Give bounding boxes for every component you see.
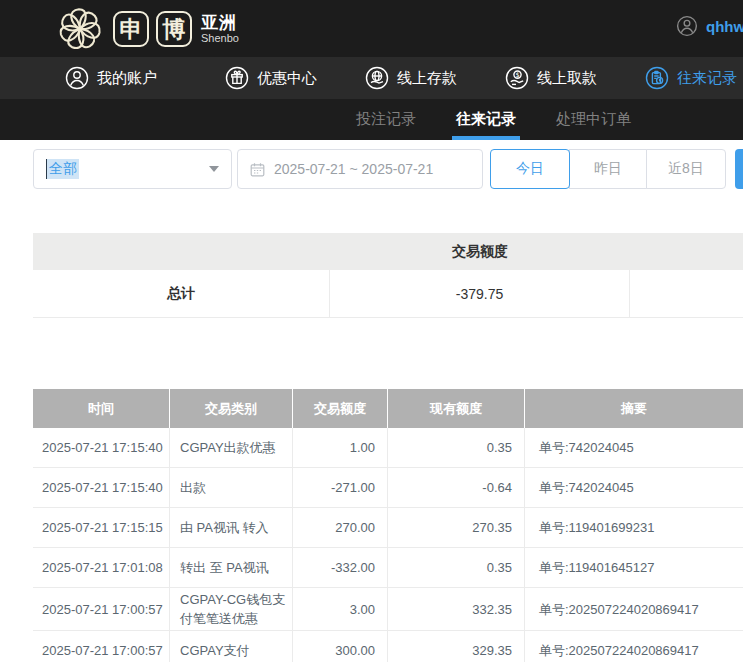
column-header-amount: 交易额度: [293, 389, 388, 428]
date-range-input[interactable]: 2025-07-21 ~ 2025-07-21: [237, 149, 483, 189]
cell-summary: 单号:742024045: [525, 428, 743, 467]
tab-label: 处理中订单: [556, 110, 631, 129]
tab-label: 往来记录: [456, 110, 516, 129]
cell-type: 出款: [170, 468, 293, 507]
nav-item-transaction-records[interactable]: 往来记录: [645, 57, 737, 99]
nav-label: 优惠中心: [257, 69, 317, 88]
summary-total-value: -379.75: [330, 270, 630, 317]
cell-time: 2025-07-21 17:00:57: [33, 631, 170, 662]
nav-label: 我的账户: [97, 69, 157, 88]
nav-label: 往来记录: [677, 69, 737, 88]
cell-amount: 1.00: [293, 428, 388, 467]
cell-amount: -332.00: [293, 548, 388, 587]
last-8-days-button[interactable]: 近8日: [646, 149, 726, 189]
table-row: 2025-07-21 17:01:08 转出 至 PA视讯 -332.00 0.…: [33, 548, 743, 588]
svg-text:$: $: [515, 71, 519, 79]
brand-char-bo: 博: [156, 11, 192, 47]
summary-table: 交易额度 总计 -379.75: [33, 233, 743, 318]
cell-amount: 3.00: [293, 588, 388, 630]
summary-amount-column-header: 交易额度: [330, 233, 630, 270]
user-avatar-icon: [676, 15, 698, 37]
cell-balance: 0.35: [388, 548, 525, 587]
cell-type: 转出 至 PA视讯: [170, 548, 293, 587]
cell-balance: 0.35: [388, 428, 525, 467]
table-row: 2025-07-21 17:00:57 CGPAY支付 300.00 329.3…: [33, 631, 743, 662]
cell-time: 2025-07-21 17:15:40: [33, 468, 170, 507]
table-row: 2025-07-21 17:00:57 CGPAY-CG钱包支付笔笔送优惠 3.…: [33, 588, 743, 631]
cell-amount: 300.00: [293, 631, 388, 662]
cell-time: 2025-07-21 17:15:15: [33, 508, 170, 547]
cell-time: 2025-07-21 17:15:40: [33, 428, 170, 467]
cell-time: 2025-07-21 17:01:08: [33, 548, 170, 587]
brand-region-text: 亚洲: [201, 13, 239, 32]
nav-item-promotions[interactable]: 优惠中心: [225, 57, 317, 99]
column-header-type: 交易类别: [170, 389, 293, 428]
cell-summary: 单号:742024045: [525, 468, 743, 507]
deposit-globe-icon: [365, 66, 389, 90]
summary-total-label: 总计: [33, 270, 330, 317]
calendar-icon: [250, 162, 265, 177]
cell-amount: -271.00: [293, 468, 388, 507]
top-header-bar: 申 博 亚洲 Shenbo qhhw: [0, 0, 743, 57]
chevron-down-icon: [209, 166, 219, 172]
tab-transaction-records[interactable]: 往来记录: [452, 99, 520, 140]
cell-summary: 单号:202507224020869417: [525, 588, 743, 630]
sub-nav-bar: 投注记录 往来记录 处理中订单: [0, 99, 743, 140]
nav-label: 线上取款: [537, 69, 597, 88]
brand-latin-text: Shenbo: [201, 32, 239, 45]
cell-type: CGPAY支付: [170, 631, 293, 662]
records-table: 时间 交易类别 交易额度 现有额度 摘要 2025-07-21 17:15:40…: [33, 389, 743, 662]
brand-logo[interactable]: 申 博 亚洲 Shenbo: [55, 4, 239, 54]
quick-date-button-group: 今日 昨日 近8日: [490, 149, 726, 189]
tab-processing-orders[interactable]: 处理中订单: [552, 99, 635, 140]
main-nav-bar: 我的账户 优惠中心: [0, 57, 743, 99]
column-header-summary: 摘要: [525, 389, 743, 428]
nav-item-online-deposit[interactable]: 线上存款: [365, 57, 457, 99]
records-table-header: 时间 交易类别 交易额度 现有额度 摘要: [33, 389, 743, 428]
nav-item-online-withdrawal[interactable]: $ 线上取款: [505, 57, 597, 99]
tab-label: 投注记录: [356, 110, 416, 129]
cell-balance: 332.35: [388, 588, 525, 630]
cell-type: 由 PA视讯 转入: [170, 508, 293, 547]
today-button[interactable]: 今日: [490, 149, 570, 189]
date-range-value: 2025-07-21 ~ 2025-07-21: [274, 161, 433, 177]
summary-empty-cell: [630, 270, 743, 317]
username-text: qhhw: [706, 18, 743, 35]
table-row: 2025-07-21 17:15:15 由 PA视讯 转入 270.00 270…: [33, 508, 743, 548]
table-row: 2025-07-21 17:15:40 出款 -271.00 -0.64 单号:…: [33, 468, 743, 508]
cell-summary: 单号:119401645127: [525, 548, 743, 587]
cell-amount: 270.00: [293, 508, 388, 547]
withdraw-coin-hand-icon: $: [505, 66, 529, 90]
flower-logo-icon: [55, 4, 105, 54]
table-row: 2025-07-21 17:15:40 CGPAY出款优惠 1.00 0.35 …: [33, 428, 743, 468]
yesterday-button[interactable]: 昨日: [569, 149, 647, 189]
cell-balance: 270.35: [388, 508, 525, 547]
summary-table-header: 交易额度: [33, 233, 743, 270]
cell-type: CGPAY出款优惠: [170, 428, 293, 467]
records-tabs: 投注记录 往来记录 处理中订单: [352, 99, 635, 140]
column-header-balance: 现有额度: [388, 389, 525, 428]
cell-summary: 单号:119401699231: [525, 508, 743, 547]
account-menu[interactable]: qhhw: [676, 15, 743, 37]
gift-icon: [225, 66, 249, 90]
cell-summary: 单号:202507224020869417: [525, 631, 743, 662]
selected-type-value: 全部: [46, 159, 79, 179]
cell-balance: 329.35: [388, 631, 525, 662]
records-clipboard-icon: [645, 66, 669, 90]
cell-type: CGPAY-CG钱包支付笔笔送优惠: [170, 588, 293, 630]
transaction-type-select[interactable]: 全部: [33, 149, 232, 189]
brand-wordmark: 亚洲 Shenbo: [201, 13, 239, 45]
tab-betting-records[interactable]: 投注记录: [352, 99, 420, 140]
brand-char-shen: 申: [113, 11, 149, 47]
active-tab-underline: [452, 136, 520, 140]
cell-time: 2025-07-21 17:00:57: [33, 588, 170, 630]
search-button[interactable]: [735, 149, 743, 189]
user-circle-icon: [65, 66, 89, 90]
nav-label: 线上存款: [397, 69, 457, 88]
column-header-time: 时间: [33, 389, 170, 428]
cell-balance: -0.64: [388, 468, 525, 507]
nav-item-my-account[interactable]: 我的账户: [65, 57, 157, 99]
summary-total-row: 总计 -379.75: [33, 270, 743, 318]
page-root: 申 博 亚洲 Shenbo qhhw: [0, 0, 743, 662]
